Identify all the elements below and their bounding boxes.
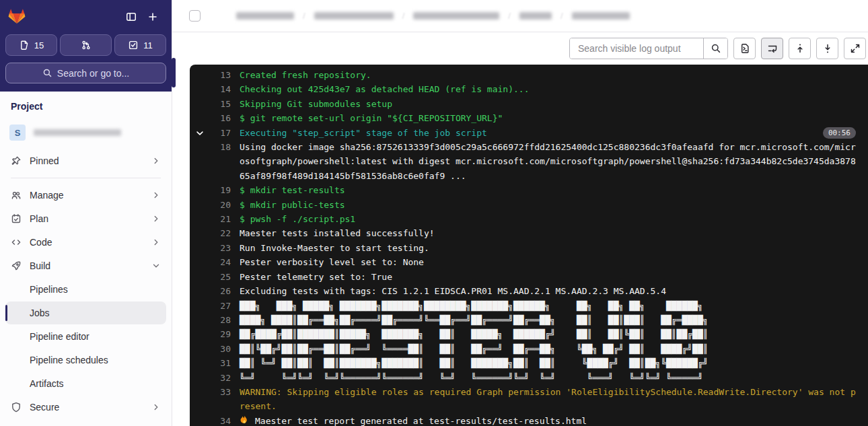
log-line-number[interactable]: 25 xyxy=(206,270,231,284)
log-line-number[interactable]: 16 xyxy=(206,111,231,125)
wrap-lines-icon xyxy=(767,43,778,54)
gitlab-logo[interactable] xyxy=(8,8,26,26)
issues-count-button[interactable]: 15 xyxy=(5,34,57,56)
search-or-go-to[interactable]: Search or go to... xyxy=(5,63,166,83)
log-line-number[interactable]: 13 xyxy=(206,68,231,82)
log-line: 25 Pester telemetry set to: True xyxy=(195,270,858,284)
log-line-text: Maester tests installed successfully! xyxy=(240,226,858,240)
log-line-number[interactable]: 18 xyxy=(206,140,231,154)
chevron-right-icon xyxy=(151,190,161,200)
log-line-number[interactable]: 26 xyxy=(206,284,231,298)
sidebar-item-pipeline-schedules[interactable]: Pipeline schedules xyxy=(5,349,166,371)
sidebar-item-label: Manage xyxy=(30,190,64,201)
log-line-number[interactable]: 19 xyxy=(206,183,231,197)
log-line-number[interactable]: 14 xyxy=(206,82,231,96)
breadcrumb-item[interactable] xyxy=(519,12,552,20)
log-line-text: Pester verbosity level set to: None xyxy=(240,255,858,269)
breadcrumb-item[interactable] xyxy=(314,12,394,20)
sidebar-item-deploy[interactable]: Deploy xyxy=(5,419,166,426)
todos-count-button[interactable]: 11 xyxy=(114,34,166,56)
sidebar-nav: Pinned Manage Plan xyxy=(0,149,172,426)
log-line: 26 Excluding tests with tags: CIS 1.2.1 … xyxy=(195,284,858,298)
collapse-sidebar-button[interactable] xyxy=(120,6,142,28)
sidebar-item-label: Pipelines xyxy=(30,284,68,295)
chevron-right-icon xyxy=(151,214,161,223)
chevron-down-icon xyxy=(151,261,161,271)
search-icon xyxy=(711,43,721,54)
log-line: 22 Maester tests installed successfully! xyxy=(195,226,858,240)
super-sidebar: 15 11 Search or go to... Project xyxy=(0,0,172,426)
fullscreen-button[interactable] xyxy=(844,38,866,59)
search-label: Search or go to... xyxy=(57,68,129,79)
sidebar-item-artifacts[interactable]: Artifacts xyxy=(5,372,166,395)
sidebar-item-manage[interactable]: Manage xyxy=(5,184,166,207)
sidebar-item-label: Plan xyxy=(30,213,48,224)
sidebar-item-code[interactable]: Code xyxy=(5,231,166,254)
log-line-number[interactable]: 30 xyxy=(206,342,231,356)
merge-requests-button[interactable] xyxy=(60,34,112,56)
scroll-top-icon xyxy=(795,43,805,54)
sidebar-header: 15 11 Search or go to... xyxy=(0,0,172,92)
log-line: 20 $ mkdir public-tests xyxy=(195,198,858,212)
log-line: 24 Pester verbosity level set to: None xyxy=(195,255,858,269)
log-line-number[interactable]: 20 xyxy=(206,198,231,212)
log-line-number[interactable]: 21 xyxy=(206,212,231,226)
shield-icon xyxy=(11,402,22,413)
chevron-right-icon xyxy=(151,238,161,247)
wrap-lines-button[interactable] xyxy=(761,38,783,59)
log-line: 17 Executing "step_script" stage of the … xyxy=(195,126,858,140)
scroll-to-top-button[interactable] xyxy=(789,38,811,59)
create-new-button[interactable] xyxy=(142,6,164,28)
sidebar-item-pinned[interactable]: Pinned xyxy=(5,149,166,172)
log-line-number[interactable]: 23 xyxy=(206,241,231,255)
log-search-button[interactable] xyxy=(703,38,727,59)
log-line-number[interactable]: 17 xyxy=(206,126,231,140)
todos-count: 11 xyxy=(143,40,153,50)
sidebar-item-label: Jobs xyxy=(30,308,50,318)
duration-badge: 00:56 xyxy=(823,127,856,139)
breadcrumb-item[interactable] xyxy=(236,12,294,20)
sidebar-section-label: Project xyxy=(0,101,172,121)
raw-log-icon xyxy=(739,43,750,54)
sidebar-item-label: Secure xyxy=(30,402,59,413)
scroll-bottom-icon xyxy=(822,43,833,54)
log-line-number[interactable]: 27 xyxy=(206,299,231,313)
log-line-number[interactable]: 28 xyxy=(206,313,231,327)
project-switcher[interactable]: S xyxy=(5,121,166,144)
log-line-text: Excluding tests with tags: CIS 1.2.1 EID… xyxy=(240,284,858,298)
log-search-input[interactable] xyxy=(570,38,703,59)
sidebar-item-build[interactable]: Build xyxy=(5,254,166,277)
show-raw-log-button[interactable] xyxy=(733,38,756,59)
log-line-number[interactable]: 15 xyxy=(206,97,231,111)
breadcrumb-items-redacted: / / / / xyxy=(236,11,630,21)
job-log: 13 Created fresh repository. 14 Checking… xyxy=(190,65,868,426)
log-line-number[interactable]: 29 xyxy=(206,327,231,341)
log-line-number[interactable]: 31 xyxy=(206,356,231,370)
breadcrumb-avatar[interactable] xyxy=(189,10,201,22)
scroll-to-bottom-button[interactable] xyxy=(816,38,838,59)
breadcrumb-item[interactable] xyxy=(413,12,499,20)
sidebar-item-plan[interactable]: Plan xyxy=(5,207,166,230)
log-line-number[interactable]: 24 xyxy=(206,255,231,269)
log-line: 16 $ git remote set-url origin "${CI_REP… xyxy=(195,111,858,125)
sidebar-item-pipelines[interactable]: Pipelines xyxy=(5,278,166,301)
log-line: 15 Skipping Git submodules setup xyxy=(195,97,858,111)
breadcrumb-item[interactable] xyxy=(572,12,630,20)
sidebar-item-secure[interactable]: Secure xyxy=(5,396,166,419)
job-log-container: 13 Created fresh repository. 14 Checking… xyxy=(172,65,868,426)
sidebar-item-jobs[interactable]: Jobs xyxy=(5,301,166,324)
breadcrumb: / / / / xyxy=(172,0,868,32)
log-line-number[interactable]: 34 xyxy=(206,414,231,426)
log-line: 18 Using docker image sha256:8752613339f… xyxy=(195,140,858,183)
collapse-section-chevron-icon[interactable] xyxy=(195,126,206,138)
sidebar-item-pipeline-editor[interactable]: Pipeline editor xyxy=(5,325,166,348)
log-line-text: Created fresh repository. xyxy=(240,68,858,82)
log-line-number[interactable]: 33 xyxy=(206,385,231,399)
sidebar-item-label: Build xyxy=(30,260,50,271)
log-line-number[interactable]: 22 xyxy=(206,226,231,240)
log-line: 34 Maester test report generated at test… xyxy=(195,414,858,426)
log-line-number[interactable]: 32 xyxy=(206,371,231,385)
sidebar-item-label: Pinned xyxy=(30,155,59,166)
chevron-right-icon xyxy=(151,402,161,412)
sidebar-scrollbar-thumb[interactable] xyxy=(172,58,176,87)
